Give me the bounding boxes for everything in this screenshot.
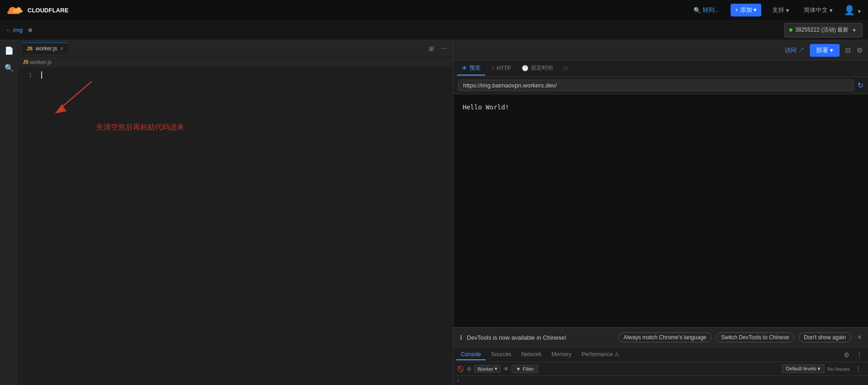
tab-extra[interactable]: □	[559, 62, 572, 75]
chevron-bar: ›	[453, 376, 868, 385]
info-icon: ℹ	[460, 334, 462, 341]
dot-indicator	[28, 28, 32, 32]
visit-link[interactable]: 访问 ↗	[785, 46, 804, 54]
worker-dropdown-icon[interactable]: ▾	[851, 25, 857, 35]
add-button[interactable]: + 添加 ▾	[731, 4, 762, 16]
top-nav: CLOUDFLARE 🔍 转到... + 添加 ▾ 支持 ▾ 简体中文 ▾ 👤 …	[0, 0, 868, 20]
split-editor-icon[interactable]: ⊞	[426, 43, 437, 54]
worker-filter-badge[interactable]: Worker ▾	[474, 365, 501, 373]
devtools-bottom-tabs: Console Sources Network Memory Performan…	[453, 347, 868, 362]
http-tab-icon: ↕	[491, 65, 494, 71]
line-numbers: 1	[18, 68, 37, 385]
back-button[interactable]: ← img	[5, 27, 23, 33]
console-settings-icon[interactable]: ⋮	[852, 364, 864, 374]
worker-badge: 38255222 (活动) 最新 ▾	[784, 23, 863, 38]
tab-network[interactable]: Network	[517, 349, 546, 360]
eye-filter-icon[interactable]: 👁	[503, 366, 509, 372]
deploy-button[interactable]: 部署 ▾	[810, 44, 840, 57]
main-area: 📄 🔍 JS worker.js × ⊞ ⋯ JS worker.js 1	[0, 40, 868, 385]
close-notification-icon[interactable]: ×	[857, 333, 862, 342]
devtools-panel: 访问 ↗ 部署 ▾ ⊟ ⚙ 👁 预览 ↕ HTTP 🕐 设定时间	[453, 40, 868, 385]
url-bar: ↻	[453, 77, 868, 94]
files-icon[interactable]: 📄	[3, 44, 16, 57]
devtools-settings-icon[interactable]: ⚙	[857, 46, 863, 54]
user-icon: 👤	[844, 5, 855, 15]
layout-icon[interactable]: ⊟	[845, 46, 851, 54]
filter-icon: ▼	[516, 366, 521, 372]
lang-dropdown-icon: ▾	[830, 7, 833, 14]
support-button[interactable]: 支持 ▾	[769, 4, 793, 16]
tab-time[interactable]: 🕐 设定时间	[517, 61, 557, 76]
console-bar: 🚫 ⊘ Worker ▾ 👁 ▼ Filter Default levels ▾…	[453, 362, 868, 376]
devtools-gear-icon[interactable]: ⚙	[841, 350, 852, 359]
preview-tabs: 👁 预览 ↕ HTTP 🕐 设定时间 □	[453, 60, 868, 77]
always-match-language-button[interactable]: Always match Chrome's language	[618, 332, 711, 342]
tab-http[interactable]: ↕ HTTP	[487, 62, 515, 75]
dont-show-again-button[interactable]: Don't show again	[799, 332, 851, 342]
breadcrumb-item: JS worker.js	[23, 59, 52, 65]
tab-performance[interactable]: Performance ⚠	[577, 349, 624, 360]
support-dropdown-icon: ▾	[786, 7, 789, 14]
search-sidebar-icon[interactable]: 🔍	[3, 61, 16, 74]
user-dropdown-icon: ▾	[858, 8, 861, 15]
editor-panel: JS worker.js × ⊞ ⋯ JS worker.js 1	[18, 40, 453, 385]
devtools-top-bar: 访问 ↗ 部署 ▾ ⊟ ⚙	[453, 40, 868, 60]
file-tab-worker-js[interactable]: JS worker.js ×	[22, 43, 68, 54]
tab-console[interactable]: Console	[456, 349, 486, 360]
filter-button[interactable]: ▼ Filter	[512, 365, 538, 373]
close-tab-icon[interactable]: ×	[60, 45, 64, 52]
language-button[interactable]: 简体中文 ▾	[800, 4, 836, 16]
add-dropdown-icon: ▾	[753, 6, 757, 13]
url-input[interactable]	[458, 80, 854, 91]
worker-badge-dropdown-icon: ▾	[495, 366, 497, 372]
second-bar: ← img 38255222 (活动) 最新 ▾	[0, 20, 868, 40]
console-ban-icon[interactable]: 🚫	[457, 366, 464, 372]
default-levels-button[interactable]: Default levels ▾	[782, 364, 824, 373]
search-button[interactable]: 🔍 转到...	[690, 4, 723, 16]
logo: CLOUDFLARE	[7, 5, 69, 16]
search-icon: 🔍	[693, 7, 701, 14]
refresh-icon[interactable]: ↻	[857, 81, 863, 90]
js-file-icon: JS	[27, 46, 33, 51]
tab-preview[interactable]: 👁 预览	[457, 61, 485, 76]
left-sidebar: 📄 🔍	[0, 40, 18, 385]
notification-banner: ℹ DevTools is now available in Chinese! …	[453, 327, 868, 347]
time-tab-icon: 🕐	[522, 65, 529, 71]
switch-devtools-chinese-button[interactable]: Switch DevTools to Chinese	[716, 332, 794, 342]
deploy-dropdown-icon: ▾	[830, 47, 833, 54]
more-options-icon[interactable]: ⋯	[438, 43, 449, 54]
extra-tab-icon: □	[564, 65, 567, 71]
chevron-right-icon[interactable]: ›	[457, 377, 459, 384]
preview-tab-icon: 👁	[462, 65, 467, 71]
user-menu-button[interactable]: 👤 ▾	[844, 5, 861, 16]
code-editor[interactable]: 1 先清空然后再粘贴代码进来	[18, 68, 453, 385]
active-indicator	[789, 28, 792, 32]
tab-sources[interactable]: Sources	[486, 349, 516, 360]
breadcrumb-js-icon: JS	[23, 60, 28, 65]
logo-text: CLOUDFLARE	[27, 7, 69, 14]
console-no-entry-icon[interactable]: ⊘	[467, 366, 471, 372]
tab-memory[interactable]: Memory	[547, 349, 576, 360]
editor-toolbar: JS worker.js × ⊞ ⋯	[18, 40, 453, 57]
preview-content: Hello World!	[453, 94, 868, 327]
no-issues-label: No Issues	[827, 366, 850, 372]
cloudflare-logo-icon	[7, 5, 24, 16]
devtools-more-icon[interactable]: ⋮	[853, 350, 865, 359]
cursor	[41, 71, 42, 79]
file-breadcrumb: JS worker.js	[18, 57, 453, 68]
code-area[interactable]	[37, 68, 453, 385]
